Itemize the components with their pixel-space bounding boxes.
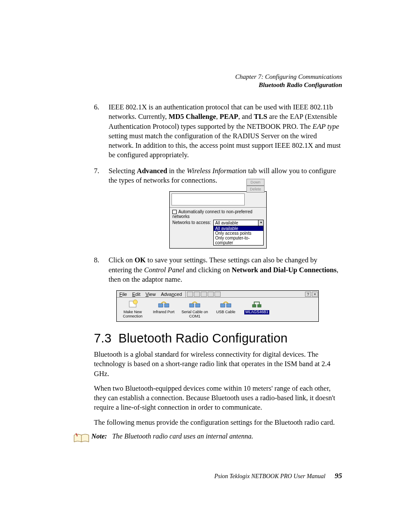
toolbar-icon[interactable] [194,292,200,297]
down-button[interactable]: Down [246,179,265,186]
page-number: 95 [335,472,342,480]
step-list: 6.IEEE 802.1X is an authentication proto… [94,103,342,322]
footer-text: Psion Teklogix NETBOOK PRO User Manual [214,473,325,479]
svg-rect-3 [165,304,169,307]
body-paragraph: Bluetooth is a global standard for wirel… [94,350,342,379]
menu-item[interactable]: Advanced [158,292,184,297]
svg-rect-5 [196,304,200,307]
screenshot-connections-window: FileEditViewAdvanced ? × Make New Connec… [116,290,319,322]
svg-rect-6 [221,304,225,307]
page-footer: Psion Teklogix NETBOOK PRO User Manual 9… [214,472,342,480]
note-body: The Bluetooth radio card uses an interna… [112,432,253,440]
menu-item[interactable]: View [143,292,159,297]
menu-item[interactable]: Edit [130,292,143,297]
step-item: 7.Selecting Advanced in the Wireless Inf… [94,166,342,186]
step-body: Selecting Advanced in the Wireless Infor… [109,166,342,186]
section-heading: 7.3Bluetooth Radio Configuration [94,331,342,345]
separator [185,291,186,297]
menu-bar: FileEditViewAdvanced ? × [117,291,318,298]
svg-rect-4 [190,304,194,307]
svg-rect-2 [159,304,163,307]
step-number: 8. [94,255,109,284]
auto-connect-checkbox[interactable] [172,210,177,214]
section-title: Bluetooth Radio Configuration [118,331,288,345]
icon-label: Make New Connection [123,310,143,318]
connection-icon [158,299,170,309]
connection-icon [220,299,232,309]
icon-label: Infrared Port [153,310,174,314]
connection-icon [251,299,263,309]
network-list-box [171,193,245,205]
header-section: Bluetooth Radio Configuration [235,81,342,89]
toolbar-icon[interactable] [187,292,193,297]
combo-selected: All available [215,221,238,225]
connection-icon [127,299,139,309]
note-lead: Note: [91,432,107,440]
connection-icon-item[interactable]: Serial Cable on COM1 [181,299,208,319]
toolbar-icon[interactable] [201,292,207,297]
step-body: Click on OK to save your settings. These… [109,255,342,284]
auto-connect-label: Automatically connect to non-preferred n… [172,209,252,219]
note-row: Note:The Bluetooth radio card uses an in… [94,432,342,446]
connection-icon [189,299,201,309]
connection-icon-item[interactable]: USB Cable [212,299,239,319]
note-book-icon [73,432,91,446]
note-text: Note:The Bluetooth radio card uses an in… [91,432,253,440]
toolbar-icon[interactable] [208,292,214,297]
body-paragraph: When two Bluetooth-equipped devices come… [94,384,342,413]
combo-list: All availableOnly access pointsOnly comp… [213,226,264,246]
combo-option[interactable]: Only access points [214,231,263,236]
connection-icon-item[interactable]: Make New Connection [119,299,146,319]
svg-rect-9 [258,305,261,307]
delete-button[interactable]: Delete [246,186,265,193]
chevron-down-icon[interactable]: ▾ [258,220,263,226]
icon-label: USB Cable [216,310,236,314]
networks-access-label: Networks to access: [172,220,211,225]
svg-point-1 [133,300,137,304]
svg-rect-7 [227,304,231,307]
help-button[interactable]: ? [305,292,311,297]
section-number: 7.3 [94,331,112,345]
step-body: IEEE 802.1X is an authentication protoco… [109,103,342,160]
step-item: 6.IEEE 802.1X is an authentication proto… [94,103,342,160]
screenshot-networks-dropdown: Down Delete Automatically connect to non… [169,191,267,249]
combo-option[interactable]: All available [214,226,263,231]
step-item: 8.Click on OK to save your settings. The… [94,255,342,284]
header-chapter: Chapter 7: Configuring Communications [235,73,342,81]
body-paragraph: The following menus provide the configur… [94,418,342,427]
combo-option[interactable]: Only computer-to-computer [214,236,263,245]
svg-rect-8 [252,305,256,307]
icon-row: Make New ConnectionInfrared PortSerial C… [117,298,318,321]
connection-icon-item[interactable]: Infrared Port [150,299,177,319]
page-header: Chapter 7: Configuring Communications Bl… [235,73,342,89]
networks-access-combo[interactable]: All available▾ All availableOnly access … [213,220,264,246]
step-number: 7. [94,166,109,186]
close-button[interactable]: × [312,292,318,297]
icon-label: Serial Cable on COM1 [181,310,208,318]
toolbar-icon[interactable] [215,292,221,297]
step-number: 6. [94,103,109,160]
auto-connect-row: Automatically connect to non-preferred n… [170,208,266,220]
menu-item[interactable]: File [117,292,130,297]
connection-icon-item[interactable]: WLAGS46B1 [243,299,270,319]
icon-label: WLAGS46B1 [244,310,269,314]
